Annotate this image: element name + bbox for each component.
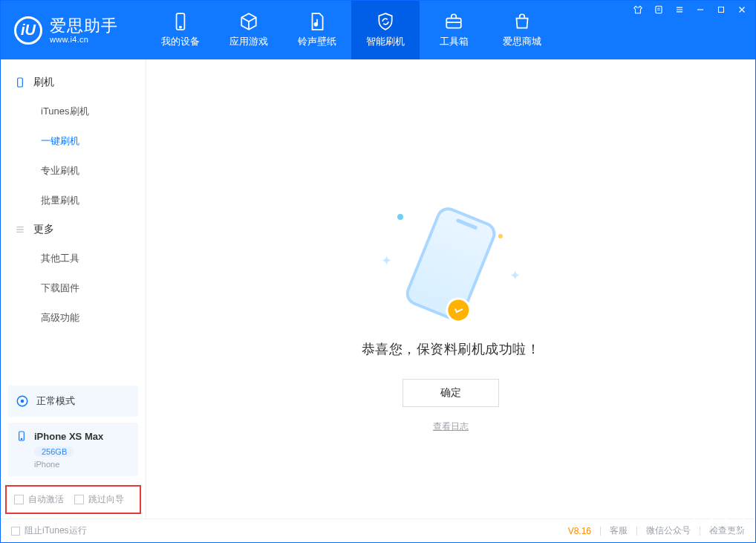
shield-refresh-icon	[376, 12, 395, 31]
ok-button[interactable]: 确定	[403, 379, 499, 407]
logo[interactable]: iU 爱思助手 www.i4.cn	[1, 1, 146, 59]
app-window: iU 爱思助手 www.i4.cn 我的设备 应用游戏 铃声壁纸 智能刷机	[0, 0, 756, 543]
sidebar-item-batch-flash[interactable]: 批量刷机	[1, 186, 146, 215]
checkbox-skip-wizard[interactable]: 跳过向导	[74, 493, 124, 506]
svg-point-11	[21, 438, 22, 439]
status-ok-icon	[16, 394, 29, 408]
phone-small-icon	[14, 77, 26, 88]
music-file-icon	[307, 12, 327, 31]
svg-point-4	[733, 520, 736, 523]
checkbox-icon	[14, 495, 24, 504]
svg-rect-5	[656, 6, 662, 13]
list-icon	[14, 224, 26, 235]
sidebar-item-firmware[interactable]: 下载固件	[1, 273, 146, 303]
logo-icon: iU	[14, 16, 42, 45]
window-controls	[632, 1, 755, 19]
device-name: iPhone XS Max	[34, 431, 103, 442]
tab-apps-games[interactable]: 应用游戏	[215, 1, 283, 59]
cube-icon	[239, 12, 258, 31]
app-url: www.i4.cn	[50, 35, 118, 45]
check-badge-icon	[442, 293, 475, 326]
sidebar-item-itunes-flash[interactable]: iTunes刷机	[1, 97, 146, 126]
view-log-link[interactable]: 查看日志	[433, 420, 469, 433]
app-title: 爱思助手	[50, 16, 118, 35]
checkbox-auto-activate[interactable]: 自动激活	[14, 493, 64, 506]
device-icon	[16, 430, 27, 442]
checkbox-block-itunes[interactable]: 阻止iTunes运行	[11, 524, 87, 537]
tab-smart-flash[interactable]: 智能刷机	[351, 1, 420, 59]
dot-icon	[498, 234, 503, 238]
menu-icon[interactable]	[674, 4, 685, 16]
sidebar-item-pro-flash[interactable]: 专业刷机	[1, 156, 146, 186]
main-area: ✦ ✦ 恭喜您，保资料刷机成功啦！ 确定 查看日志	[146, 59, 755, 518]
sidebar: 刷机 iTunes刷机 一键刷机 专业刷机 批量刷机 更多 其他工具 下载固件 …	[1, 59, 146, 518]
header-account-area	[693, 513, 745, 533]
device-type: iPhone	[34, 460, 131, 469]
svg-point-9	[21, 400, 25, 403]
sidebar-item-onekey-flash[interactable]: 一键刷机	[1, 126, 146, 156]
version-label: V8.16	[568, 526, 591, 536]
device-card[interactable]: iPhone XS Max 256GB iPhone	[8, 423, 138, 476]
device-capacity: 256GB	[34, 446, 74, 457]
sidebar-options-highlighted: 自动激活 跳过向导	[5, 485, 141, 514]
phone-icon	[171, 12, 190, 31]
profile-button[interactable]	[724, 513, 745, 533]
maximize-button[interactable]	[715, 4, 727, 16]
sparkle-icon: ✦	[509, 267, 521, 284]
feedback-icon[interactable]	[653, 4, 665, 16]
header: iU 爱思助手 www.i4.cn 我的设备 应用游戏 铃声壁纸 智能刷机	[1, 1, 755, 59]
header-tabs: 我的设备 应用游戏 铃声壁纸 智能刷机 工具箱 爱思商城	[146, 1, 556, 59]
footer: 阻止iTunes运行 V8.16 客服 微信公众号 检查更新	[1, 518, 755, 542]
sidebar-group-flash[interactable]: 刷机	[1, 68, 146, 97]
device-mode[interactable]: 正常模式	[8, 386, 138, 417]
checkbox-icon	[74, 495, 84, 504]
tab-toolbox[interactable]: 工具箱	[420, 1, 488, 59]
phone-illustration	[403, 204, 499, 323]
svg-rect-6	[719, 7, 724, 13]
wechat-link[interactable]: 微信公众号	[646, 524, 691, 537]
shirt-icon[interactable]	[632, 4, 644, 16]
svg-rect-3	[446, 19, 461, 28]
tab-store[interactable]: 爱思商城	[488, 1, 556, 59]
checkbox-icon	[11, 527, 20, 536]
bag-icon	[512, 12, 532, 31]
support-link[interactable]: 客服	[610, 524, 628, 537]
user-icon	[729, 518, 740, 528]
tab-my-device[interactable]: 我的设备	[146, 1, 215, 59]
tab-ringtones-wallpapers[interactable]: 铃声壁纸	[283, 1, 351, 59]
download-button[interactable]	[693, 513, 714, 533]
success-message: 恭喜您，保资料刷机成功啦！	[362, 340, 541, 358]
sidebar-item-other-tools[interactable]: 其他工具	[1, 244, 146, 273]
minimize-button[interactable]	[694, 4, 706, 16]
close-button[interactable]	[736, 4, 748, 16]
sidebar-item-advanced[interactable]: 高级功能	[1, 303, 146, 333]
dot-icon	[397, 214, 403, 220]
sidebar-group-more[interactable]: 更多	[1, 215, 146, 244]
svg-point-2	[314, 23, 317, 26]
success-illustration: ✦ ✦	[377, 208, 525, 319]
toolbox-icon	[444, 12, 463, 31]
body: 刷机 iTunes刷机 一键刷机 专业刷机 批量刷机 更多 其他工具 下载固件 …	[1, 59, 755, 518]
svg-rect-7	[18, 78, 23, 87]
sparkle-icon: ✦	[381, 253, 392, 269]
svg-point-1	[180, 27, 181, 28]
download-icon	[698, 518, 708, 528]
